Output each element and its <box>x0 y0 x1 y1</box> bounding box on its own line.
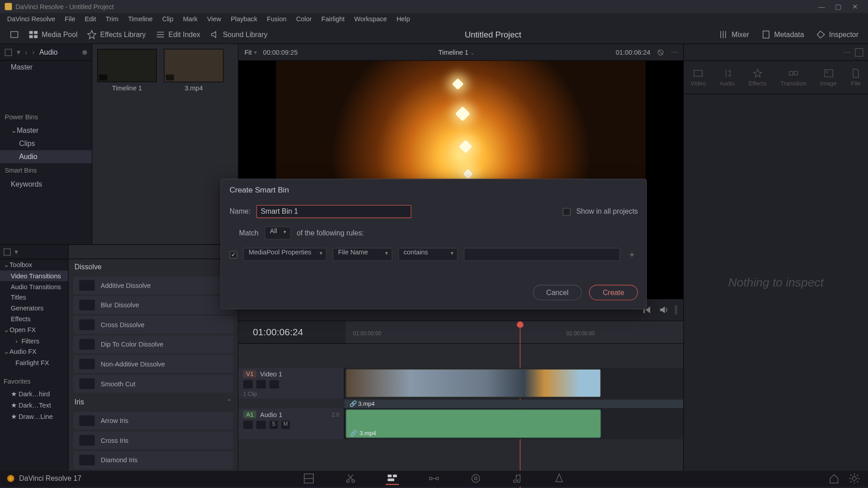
powerbin-master[interactable]: ⌄Master <box>0 124 92 137</box>
fx-effects[interactable]: Effects <box>0 314 68 324</box>
inspector-tab-transition[interactable]: Transition <box>780 68 806 86</box>
track-view-v1[interactable] <box>269 380 279 388</box>
media-pool-button[interactable]: Media Pool <box>24 27 82 42</box>
inspector-tab-file[interactable]: File <box>850 68 861 86</box>
track-mute-a1[interactable]: M <box>281 421 289 429</box>
menu-workspace[interactable]: Workspace <box>349 14 392 24</box>
fx-titles[interactable]: Titles <box>0 292 68 303</box>
fx-smooth-cut[interactable]: Smooth Cut <box>73 375 233 393</box>
track-solo-a1[interactable]: S <box>269 421 278 429</box>
powerbin-audio[interactable]: Audio <box>0 150 92 163</box>
cancel-button[interactable]: Cancel <box>533 285 582 300</box>
rule-operator-select[interactable]: contains <box>398 248 458 261</box>
menu-timeline[interactable]: Timeline <box>123 14 157 24</box>
audio-clip[interactable]: 🔗 3.mp4 <box>346 409 601 438</box>
menu-file[interactable]: File <box>60 14 80 24</box>
media-item-timeline[interactable]: Timeline 1 <box>97 49 157 92</box>
page-deliver[interactable] <box>552 472 566 485</box>
menu-edit[interactable]: Edit <box>80 14 101 24</box>
page-edit[interactable] <box>386 472 399 485</box>
fav-item-3[interactable]: ★ Draw…Line <box>0 411 68 422</box>
menu-trim[interactable]: Trim <box>101 14 123 24</box>
fx-generators[interactable]: Generators <box>0 303 68 314</box>
volume-slider[interactable] <box>675 305 677 314</box>
timeline-ruler[interactable]: 01:00:00:00 01:00:08:00 <box>346 321 683 343</box>
smartbin-keywords[interactable]: Keywords <box>0 178 92 191</box>
menu-help[interactable]: Help <box>392 14 415 24</box>
fx-openfx[interactable]: ⌄Open FX <box>0 324 68 335</box>
fx-arrow-iris[interactable]: Arrow Iris <box>73 412 233 430</box>
menu-clip[interactable]: Clip <box>157 14 178 24</box>
menu-playback[interactable]: Playback <box>226 14 262 24</box>
viewer-sync-icon[interactable] <box>656 48 665 56</box>
name-input[interactable] <box>256 205 411 218</box>
viewer-zoom-dropdown[interactable]: Fit ▾ <box>245 48 257 56</box>
edit-index-button[interactable]: Edit Index <box>151 27 205 42</box>
inspector-tab-video[interactable]: Video <box>691 68 706 86</box>
page-fusion[interactable] <box>428 472 441 485</box>
metadata-button[interactable]: Metadata <box>756 27 809 42</box>
menu-davinci[interactable]: DaVinci Resolve <box>2 14 60 24</box>
viewer-menu-icon[interactable]: ⋯ <box>671 48 678 56</box>
track-lock-v1[interactable] <box>243 380 253 388</box>
fx-toolbox[interactable]: ⌄Toolbox <box>0 259 68 271</box>
inspector-button[interactable]: Inspector <box>811 27 863 42</box>
fx-cross-iris[interactable]: Cross Iris <box>73 432 233 450</box>
rule-value-input[interactable] <box>464 248 620 261</box>
menu-color[interactable]: Color <box>291 14 316 24</box>
inspector-tab-effects[interactable]: Effects <box>749 68 767 86</box>
fx-blur-dissolve[interactable]: Blur Dissolve <box>73 296 233 314</box>
fx-additive-dissolve[interactable]: Additive Dissolve <box>73 277 233 295</box>
page-media[interactable] <box>302 472 316 485</box>
fx-dip-dissolve[interactable]: Dip To Color Dissolve <box>73 335 233 353</box>
menu-view[interactable]: View <box>203 14 226 24</box>
fav-item-2[interactable]: ★ Dark…Text <box>0 400 68 411</box>
page-color[interactable] <box>469 472 482 485</box>
page-fairlight[interactable] <box>511 472 524 485</box>
powerbin-clips[interactable]: Clips <box>0 137 92 150</box>
media-item-clip[interactable]: 3.mp4 <box>164 49 224 92</box>
fx-filters[interactable]: ›Filters <box>0 335 68 346</box>
effects-library-button[interactable]: Effects Library <box>82 27 151 42</box>
bin-master[interactable]: Master <box>0 61 92 74</box>
minimize-button[interactable]: — <box>813 1 830 12</box>
fx-audiofx[interactable]: ⌄Audio FX <box>0 346 68 357</box>
inspector-tab-audio[interactable]: Audio <box>720 68 735 86</box>
volume-icon[interactable] <box>658 305 669 315</box>
track-toggle-a1[interactable] <box>256 421 266 429</box>
fx-fairlightfx[interactable]: Fairlight FX <box>0 357 68 368</box>
fx-diamond-iris[interactable]: Diamond Iris <box>73 451 233 469</box>
rule-field-select[interactable]: File Name <box>333 248 392 261</box>
mixer-button[interactable]: Mixer <box>714 27 754 42</box>
viewer-timeline-name[interactable]: Timeline 1 ⌄ <box>304 48 610 56</box>
home-button[interactable] <box>827 472 840 485</box>
settings-button[interactable] <box>848 472 861 485</box>
rule-property-select[interactable]: MediaPool Properties <box>243 248 327 261</box>
track-toggle-v1[interactable] <box>256 380 266 388</box>
maximize-button[interactable]: ▢ <box>830 1 847 12</box>
page-cut[interactable] <box>344 472 357 485</box>
bin-view-dropdown[interactable] <box>5 48 12 56</box>
inspector-menu-icon[interactable]: ⋯ <box>843 48 850 56</box>
inspector-expand-icon[interactable] <box>855 48 863 56</box>
fav-item-1[interactable]: ★ Dark…hird <box>0 389 68 400</box>
menu-mark[interactable]: Mark <box>178 14 202 24</box>
video-clip[interactable] <box>346 369 601 397</box>
show-all-checkbox[interactable] <box>562 208 570 216</box>
track-header-v1[interactable]: V1Video 1 1 Clip <box>238 368 344 399</box>
inspector-tab-image[interactable]: Image <box>820 68 837 86</box>
add-rule-button[interactable]: + <box>626 249 638 260</box>
fx-audio-transitions[interactable]: Audio Transitions <box>0 281 68 292</box>
create-button[interactable]: Create <box>589 285 638 300</box>
fx-cross-dissolve[interactable]: Cross Dissolve <box>73 316 233 334</box>
fx-video-transitions[interactable]: Video Transitions <box>0 271 68 282</box>
menu-fairlight[interactable]: Fairlight <box>316 14 349 24</box>
fx-view-dropdown[interactable] <box>4 248 11 255</box>
match-mode-select[interactable]: All <box>264 226 291 239</box>
close-button[interactable]: ✕ <box>847 1 863 12</box>
fullscreen-toggle[interactable] <box>5 27 24 42</box>
track-lock-a1[interactable] <box>243 421 253 429</box>
menu-fusion[interactable]: Fusion <box>262 14 292 24</box>
sound-library-button[interactable]: Sound Library <box>205 27 273 42</box>
track-header-a1[interactable]: A1Audio 12.0 SM <box>238 408 344 439</box>
